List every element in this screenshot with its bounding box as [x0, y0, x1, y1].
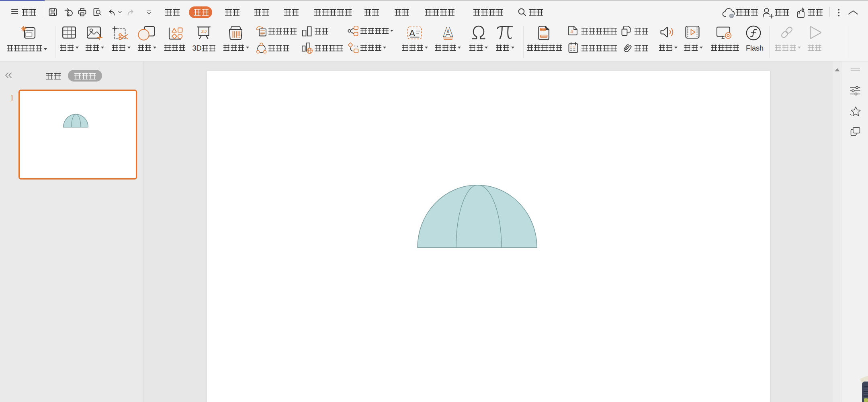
svg-text:#: #	[570, 29, 573, 35]
svg-text:3D: 3D	[201, 29, 207, 34]
svg-text:A: A	[409, 28, 415, 38]
svg-text:A: A	[443, 24, 453, 39]
